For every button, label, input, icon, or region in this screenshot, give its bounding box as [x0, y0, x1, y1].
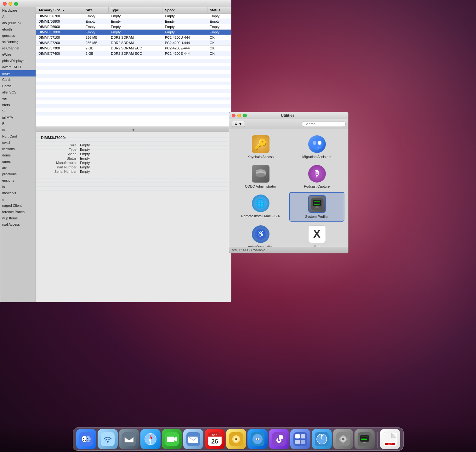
sidebar-item-scsi[interactable]: allel SCSI [0, 89, 36, 95]
dock-item-safari[interactable] [140, 429, 161, 449]
table-row[interactable]: DIMM4/J7100 256 MB DDR2 SDRAM PC2-4200U-… [36, 35, 231, 40]
utilities-maximize-button[interactable] [243, 114, 247, 117]
sidebar-item-prefpanes[interactable]: ference Panes [0, 209, 36, 215]
table-row[interactable]: DIMM5/J7200 256 MB DDR2 SDRAM PC2-4200U-… [36, 40, 231, 46]
sidebar-item-s[interactable]: S [0, 108, 36, 114]
dock-item-mailbird[interactable] [119, 429, 139, 449]
dock-item-mail[interactable] [183, 429, 203, 449]
memory-table: Memory Slot ▲ Size Type Speed Status DIM… [36, 7, 231, 56]
sidebar-item-network[interactable]: rk [0, 127, 36, 133]
sidebar-item-frameworks[interactable]: meworks [0, 190, 36, 196]
dock-item-iphoto[interactable] [226, 429, 246, 449]
svg-text:→: → [316, 146, 320, 149]
memory-table-container[interactable]: Memory Slot ▲ Size Type Speed Status DIM… [36, 7, 231, 127]
svg-point-1 [313, 141, 316, 145]
dock-item-facetime[interactable] [162, 429, 182, 449]
sidebar-item-fonts[interactable]: ts [0, 184, 36, 190]
utilities-close-button[interactable] [232, 114, 235, 117]
utility-item-migration[interactable]: → Migration Assistant [289, 133, 344, 161]
dock-item-dvd[interactable] [247, 429, 268, 449]
sidebar-item-portcard[interactable]: Port Card [0, 133, 36, 139]
dock-item-sysprefs[interactable] [333, 429, 353, 449]
maximize-button[interactable] [14, 2, 18, 6]
col-header-size[interactable]: Size [83, 7, 108, 13]
sidebar-item-hardware[interactable]: Hardware [0, 7, 36, 14]
dock-item-timemachine[interactable] [312, 429, 332, 449]
sidebar-item-cards2[interactable]: Cards [0, 83, 36, 89]
sidebar-item-extensions[interactable]: ensions [0, 177, 36, 184]
sidebar-item-graphics[interactable]: phics/Displays [0, 58, 36, 64]
sidebar-item-ver[interactable]: ver [0, 95, 36, 102]
utility-item-odbc[interactable]: ODBC Administrator [233, 162, 288, 191]
sidebar-item-applications[interactable]: plications [0, 171, 36, 177]
sidebar-item-hwraid[interactable]: dware RAID [0, 64, 36, 70]
table-row[interactable]: DIMM1/J6800 Empty Empty Empty Empty [36, 19, 231, 24]
svg-rect-56 [281, 435, 282, 439]
table-row[interactable]: DIMM0/J6700 Empty Empty Empty Empty [36, 13, 231, 19]
table-row[interactable]: DIMM6/J7300 2 GB DDR2 SDRAM ECC PC2-4200… [36, 46, 231, 51]
sidebar-item-firewall[interactable]: ewall [0, 139, 36, 146]
sidebar-item-audio[interactable]: dio (Built In) [0, 20, 36, 26]
utilities-minimize-button[interactable] [237, 114, 241, 117]
col-header-speed[interactable]: Speed [162, 7, 207, 13]
dock-item-finder[interactable] [76, 429, 96, 449]
sidebar-item-cards1[interactable]: Cards [0, 76, 36, 83]
table-row[interactable]: DIMM7/J7400 2 GB DDR2 SDRAM ECC PC2-4200… [36, 51, 231, 56]
dock-item-airport[interactable] [98, 429, 118, 449]
table-row[interactable]: DIMM2/J6900 Empty Empty Empty Empty [36, 24, 231, 30]
detail-label-type: Type: [41, 148, 79, 151]
dock-item-spaces[interactable] [290, 429, 310, 449]
sidebar-item-b[interactable]: B [0, 121, 36, 127]
sidebar-item-volumes[interactable]: umes [0, 158, 36, 165]
col-header-status[interactable]: Status [207, 7, 231, 13]
dock-item-ical[interactable]: 26 DEC [205, 429, 225, 449]
utility-item-remote[interactable]: 🌐 Remote Install Mac OS X [233, 192, 288, 222]
cell-speed: Empty [162, 19, 207, 24]
table-row-selected[interactable]: DIMM3/J7000 Empty Empty Empty Empty [36, 30, 231, 35]
cell-type: DDR2 SDRAM ECC [108, 46, 162, 51]
detail-label-status: Status: [41, 156, 79, 160]
cell-type: Empty [108, 24, 162, 30]
utility-item-keychain[interactable]: 🔑 Keychain Access [233, 133, 288, 161]
sidebar-item-managedclient[interactable]: naged Client [0, 202, 36, 209]
sidebar-item-universalaccess[interactable]: rsal Access [0, 221, 36, 228]
dock-item-itunes[interactable] [269, 429, 289, 449]
col-header-type[interactable]: Type [108, 7, 162, 13]
minimize-button[interactable] [8, 2, 12, 6]
remote-icon: 🌐 [252, 195, 269, 212]
sidebar-item-modems[interactable]: dems [0, 152, 36, 158]
col-header-slot[interactable]: Memory Slot ▲ [36, 7, 83, 13]
svg-rect-72 [346, 438, 348, 440]
utility-item-podcast[interactable]: 🎙 Podcast Capture [289, 162, 344, 191]
close-button[interactable] [3, 2, 7, 6]
scroll-indicator[interactable]: ◆ [36, 127, 231, 132]
sidebar-item-diagnostics[interactable]: gnostics [0, 32, 36, 39]
svg-point-22 [87, 438, 88, 439]
dock-container: 26 DEC [73, 427, 404, 451]
sidebar-item-bluetooth[interactable]: etooth [0, 26, 36, 32]
dock-item-sysinfo[interactable] [354, 429, 375, 449]
sidebar-item-printers[interactable]: nters [0, 102, 36, 108]
utilities-search-input[interactable] [302, 121, 346, 127]
sidebar-item-firewire[interactable]: eWire [0, 51, 36, 58]
sidebar-item-startupitems[interactable]: rtup Items [0, 215, 36, 221]
utility-item-sysprofiler[interactable]: System Profiler [289, 192, 344, 222]
detail-label-serialnum: Serial Number: [41, 170, 79, 173]
cell-type: DDR2 SDRAM [108, 40, 162, 46]
svg-text:26: 26 [211, 438, 218, 445]
sidebar-item-are[interactable]: are [0, 165, 36, 171]
sidebar-item-a[interactable]: A [0, 14, 36, 20]
utility-item-x11[interactable]: X X11 [289, 223, 344, 247]
sidebar-item-firechannel[interactable]: re Channel [0, 45, 36, 51]
sidebar-item-apps[interactable]: lications [0, 146, 36, 152]
spaces-icon [290, 429, 310, 449]
utilities-window: Utilities ⚙ ▼ 🔑 Keychain Access → [229, 112, 348, 253]
svg-rect-15 [314, 208, 320, 208]
dock-item-pdf[interactable]: PDF [380, 429, 400, 449]
sidebar-item-sata[interactable]: ial-ATA [0, 114, 36, 121]
sidebar-item-disc[interactable]: sc Burning [0, 39, 36, 45]
utility-item-voiceover[interactable]: ♿ VoiceOver Utility [233, 223, 288, 247]
sidebar-item-memory[interactable]: mory [0, 70, 36, 76]
sidebar-item-s2[interactable]: s [0, 196, 36, 202]
utilities-action-button[interactable]: ⚙ ▼ [232, 121, 245, 127]
